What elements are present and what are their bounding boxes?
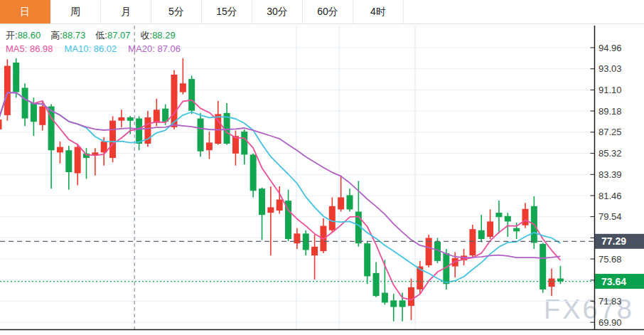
candle-body — [250, 154, 257, 191]
candle-body — [505, 216, 511, 222]
tab-4hour[interactable]: 4时 — [353, 0, 404, 23]
candle-body — [364, 243, 370, 276]
candle-body — [522, 209, 529, 225]
ohlc-item: 高:88.73 — [50, 30, 85, 41]
candle-body — [232, 136, 239, 154]
axis-tick-label: 81.46 — [599, 191, 622, 201]
price-tag-value: 73.64 — [601, 276, 626, 287]
candle-body — [311, 247, 318, 255]
candle-body — [127, 117, 134, 121]
candle-body — [206, 142, 213, 150]
axis-tick-label: 69.90 — [599, 317, 622, 328]
ma-legend-item: MA20: 87.06 — [128, 43, 181, 54]
tab-week[interactable]: 周 — [50, 0, 101, 23]
candle-body — [259, 188, 265, 215]
tab-30min[interactable]: 30分 — [252, 0, 303, 23]
ma10-line — [0, 92, 560, 282]
axis-tick-label: 85.32 — [599, 148, 622, 159]
chart-area: 94.9693.0391.1089.1887.2585.3283.3981.46… — [0, 24, 644, 335]
candle-body — [329, 206, 336, 230]
candle-body — [540, 244, 546, 289]
candle-body — [241, 132, 247, 154]
ohlc-item: 收:88.29 — [141, 30, 176, 41]
candle-body — [198, 119, 204, 151]
candle-body — [65, 150, 72, 172]
candle-body — [188, 79, 195, 111]
period-tabbar: 日周月5分15分30分60分4时 — [0, 0, 644, 24]
ohlc-item: 开:88.60 — [6, 30, 41, 41]
candle-body — [171, 75, 178, 127]
candle-body — [118, 117, 124, 121]
axis-tick-label: 93.03 — [599, 63, 622, 74]
candle-body — [495, 213, 502, 217]
ohlc-legend: 开:88.60高:88.73低:87.07收:88.29 — [6, 29, 186, 42]
candle-body — [338, 198, 344, 210]
axis-tick-label: 91.10 — [599, 85, 622, 95]
ma-legend: MA5: 86.98MA10: 86.02MA20: 87.06 — [6, 43, 192, 54]
tab-5min[interactable]: 5分 — [151, 0, 202, 23]
axis-tick-label: 79.54 — [599, 211, 622, 222]
ma20-line — [0, 92, 560, 258]
tab-60min[interactable]: 60分 — [303, 0, 353, 23]
axis-tick-label: 89.18 — [599, 106, 622, 117]
candle-body — [4, 66, 11, 115]
axis-tick-label: 71.83 — [599, 296, 622, 307]
tab-month[interactable]: 月 — [101, 0, 151, 23]
candle-body — [22, 87, 28, 118]
candle-body — [57, 147, 63, 153]
candle-body — [426, 238, 432, 266]
ma-legend-item: MA10: 86.02 — [65, 43, 117, 54]
ma5-line — [0, 92, 560, 300]
price-tag-value: 77.29 — [601, 235, 626, 247]
candle-body — [13, 63, 19, 92]
axis-tick-label: 83.39 — [599, 169, 622, 180]
tab-day[interactable]: 日 — [0, 0, 50, 23]
candle-body — [390, 300, 397, 307]
candle-body — [513, 228, 520, 232]
candlestick-chart[interactable]: 94.9693.0391.1089.1887.2585.3283.3981.46… — [0, 24, 644, 335]
candle-body — [109, 121, 116, 158]
candle-body — [180, 83, 186, 92]
candle-body — [408, 287, 414, 306]
candle-body — [294, 233, 300, 243]
candle-body — [31, 103, 37, 122]
candle-body — [399, 300, 406, 307]
candle-body — [136, 119, 142, 144]
candle-body — [549, 279, 555, 287]
axis-tick-label: 87.25 — [599, 127, 622, 137]
candle-body — [39, 107, 45, 125]
candle-body — [373, 273, 380, 296]
candle-body — [487, 221, 493, 237]
ma-legend-item: MA5: 86.98 — [6, 43, 53, 54]
axis-tick-label: 94.96 — [599, 43, 622, 53]
candle-body — [277, 200, 283, 211]
candle-body — [0, 119, 2, 129]
axis-tick-label: 75.68 — [599, 254, 622, 265]
candle-body — [478, 230, 485, 239]
ohlc-item: 低:87.07 — [95, 30, 130, 41]
candle-body — [469, 229, 476, 255]
trading-chart-app: 日周月5分15分30分60分4时 94.9693.0391.1089.1887.… — [0, 0, 644, 335]
candle-body — [382, 293, 388, 303]
candle-body — [75, 147, 81, 174]
candle-body — [347, 195, 353, 209]
candle-body — [267, 207, 274, 213]
candle-body — [154, 110, 160, 122]
tab-15min[interactable]: 15分 — [202, 0, 252, 23]
